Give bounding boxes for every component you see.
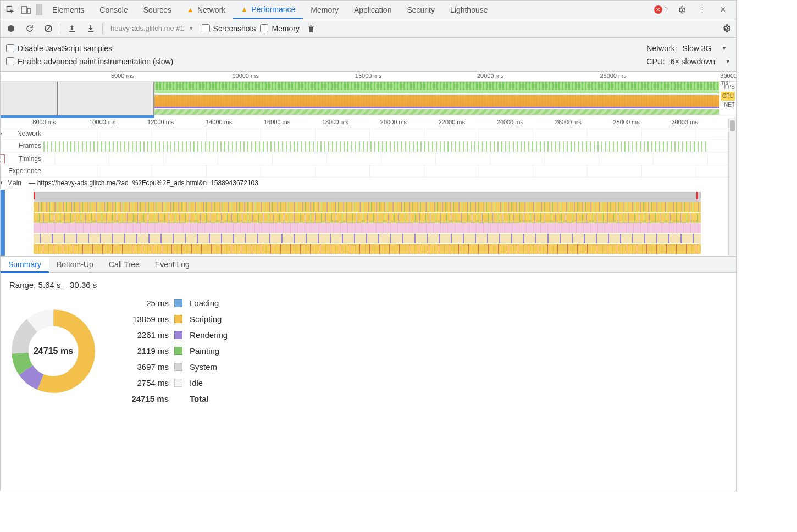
overview-axis-labels: FPS CPU NET	[721, 83, 735, 109]
checkbox-input[interactable]	[260, 24, 268, 32]
cpu-throttle-select[interactable]: CPU: 6× slowdown▼	[646, 57, 730, 66]
download-icon[interactable]	[84, 21, 98, 36]
panel-tabs: Elements Console Sources ▲Network ▲Perfo…	[45, 1, 654, 19]
legend-name: Painting	[190, 346, 228, 356]
legend-swatch	[174, 363, 182, 371]
warning-icon: ▲	[187, 5, 194, 14]
legend-ms: 2119 ms	[119, 346, 169, 356]
settings-icon[interactable]	[673, 2, 689, 18]
tab-summary[interactable]: Summary	[1, 257, 49, 273]
scroll-thumb[interactable]	[730, 120, 735, 131]
flame-row	[34, 192, 701, 202]
ruler-tick: 16000 ms	[264, 119, 290, 125]
capture-settings-icon[interactable]	[718, 21, 733, 36]
tab-label: Console	[99, 5, 128, 14]
error-count: 1	[664, 5, 668, 14]
error-icon: ✕	[654, 5, 662, 14]
frames-strip	[43, 141, 706, 152]
network-throttle-select[interactable]: Network: Slow 3G▼	[646, 44, 730, 53]
flame-row	[34, 244, 701, 254]
overview-selection[interactable]	[1, 82, 154, 118]
memory-checkbox[interactable]: Memory	[260, 24, 300, 33]
fps-label: FPS	[721, 83, 735, 92]
device-mode-icon[interactable]	[18, 2, 34, 18]
error-badge[interactable]: ✕1	[654, 5, 668, 14]
kebab-menu-icon[interactable]: ⋮	[694, 2, 710, 18]
long-task-marker	[34, 192, 35, 199]
track-timings[interactable]: Timings DCL L	[1, 153, 728, 165]
svg-rect-2	[27, 8, 30, 13]
cpu-label: CPU	[721, 92, 735, 101]
throttle-label: CPU:	[646, 57, 665, 66]
tab-elements[interactable]: Elements	[45, 1, 92, 19]
checkbox-input[interactable]	[6, 57, 14, 65]
ruler-tick: 22000 ms	[439, 119, 465, 125]
timeline-ruler[interactable]: 8000 ms 10000 ms 12000 ms 14000 ms 16000…	[1, 118, 728, 128]
overview-pane[interactable]: 5000 ms 10000 ms 15000 ms 20000 ms 25000…	[1, 72, 736, 118]
close-icon[interactable]: ✕	[715, 2, 730, 18]
tab-label: Event Log	[155, 260, 190, 269]
summary-panel: Range: 5.64 s – 30.36 s 24715 ms 25 msLo…	[1, 273, 736, 411]
checkbox-input[interactable]	[202, 24, 210, 32]
tab-label: Bottom-Up	[57, 260, 93, 269]
ruler-tick: 24000 ms	[497, 119, 523, 125]
legend-swatch	[174, 347, 182, 355]
net-band	[154, 109, 719, 115]
tab-network[interactable]: ▲Network	[179, 1, 233, 19]
tab-label: Lighthouse	[450, 5, 488, 14]
tab-label: Call Tree	[109, 260, 140, 269]
checkbox-label: Disable JavaScript samples	[18, 44, 112, 53]
summary-donut: 24715 ms	[9, 307, 97, 395]
legend-name: Rendering	[190, 330, 228, 340]
ruler-tick: 10000 ms	[232, 73, 258, 79]
tab-label: Security	[407, 5, 435, 14]
flame-chart[interactable]	[1, 190, 728, 256]
summary-legend: 25 msLoading13859 msScripting2261 msRend…	[119, 298, 228, 403]
main-url: — https://heavy-ads.glitch.me/?ad=%2Fcpu…	[24, 178, 262, 190]
flame-row	[34, 213, 701, 223]
svg-rect-1	[21, 7, 27, 13]
disable-js-samples-checkbox[interactable]: Disable JavaScript samples	[6, 44, 173, 53]
trash-icon[interactable]	[304, 21, 318, 36]
enable-paint-checkbox[interactable]: Enable advanced paint instrumentation (s…	[6, 57, 173, 66]
track-main-header[interactable]: Main — https://heavy-ads.glitch.me/?ad=%…	[1, 178, 728, 190]
ruler-tick: 28000 ms	[613, 119, 639, 125]
tab-memory[interactable]: Memory	[303, 1, 346, 19]
legend-swatch	[174, 299, 182, 307]
ruler-tick: 5000 ms	[111, 73, 134, 79]
tab-label: Network	[197, 5, 225, 14]
overview-bands	[1, 82, 736, 118]
ruler-tick: 26000 ms	[555, 119, 582, 125]
tab-console[interactable]: Console	[92, 1, 135, 19]
tab-lighthouse[interactable]: Lighthouse	[442, 1, 496, 19]
track-network[interactable]: Network	[1, 128, 728, 140]
tab-application[interactable]: Application	[346, 1, 400, 19]
vertical-scrollbar[interactable]	[728, 118, 736, 256]
clear-button[interactable]	[41, 21, 56, 36]
throttle-label: Network:	[646, 44, 677, 53]
recording-selector[interactable]: heavy-ads.glitch.me #1 ▼	[107, 24, 197, 32]
legend-ms: 3697 ms	[119, 362, 169, 372]
legend-total-label: Total	[190, 394, 228, 403]
checkbox-input[interactable]	[6, 44, 14, 52]
separator	[102, 23, 103, 34]
tab-call-tree[interactable]: Call Tree	[101, 257, 147, 272]
track-frames[interactable]: Frames	[1, 140, 728, 153]
tab-event-log[interactable]: Event Log	[147, 257, 197, 272]
cpu-band	[154, 94, 719, 108]
fps-band	[154, 82, 719, 93]
track-experience[interactable]: Experience	[1, 165, 728, 178]
tab-security[interactable]: Security	[399, 1, 442, 19]
screenshots-checkbox[interactable]: Screenshots	[202, 24, 256, 33]
tab-sources[interactable]: Sources	[136, 1, 179, 19]
inspect-icon[interactable]	[3, 2, 18, 18]
reload-button[interactable]	[23, 21, 37, 36]
tab-bottom-up[interactable]: Bottom-Up	[49, 257, 101, 272]
long-task-marker	[696, 192, 698, 199]
upload-icon[interactable]	[65, 21, 79, 36]
svg-rect-5	[69, 31, 75, 32]
tab-performance[interactable]: ▲Performance	[233, 1, 303, 19]
legend-ms: 13859 ms	[119, 314, 169, 324]
net-label: NET	[721, 101, 735, 109]
record-button[interactable]	[4, 21, 18, 36]
